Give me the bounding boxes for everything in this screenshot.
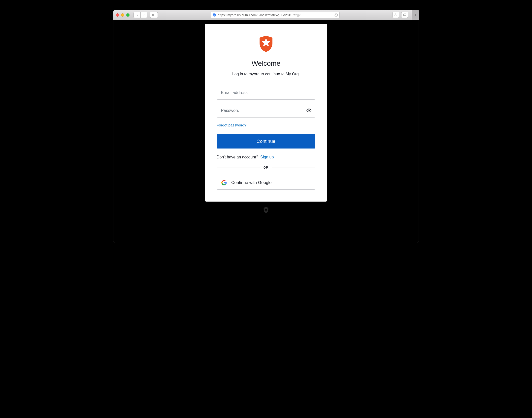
footer-auth0-badge-icon bbox=[263, 207, 269, 214]
sidebar-toggle-button[interactable] bbox=[150, 12, 158, 18]
window-controls bbox=[116, 13, 130, 17]
close-window-button[interactable] bbox=[116, 13, 119, 17]
divider-line-right bbox=[272, 168, 315, 168]
continue-button[interactable]: Continue bbox=[217, 134, 315, 149]
address-bar-url: https://myorg.us.auth0.com/u/login?state… bbox=[218, 13, 333, 17]
page-title: Welcome bbox=[252, 60, 280, 67]
divider: OR bbox=[217, 166, 315, 169]
email-field-wrap bbox=[217, 86, 315, 100]
svg-rect-0 bbox=[153, 14, 155, 16]
nav-buttons bbox=[133, 12, 147, 18]
password-input[interactable] bbox=[217, 104, 315, 118]
toggle-password-visibility-button[interactable] bbox=[305, 107, 312, 114]
new-tab-button[interactable] bbox=[412, 10, 419, 20]
svg-rect-3 bbox=[404, 14, 406, 16]
show-tabs-button[interactable] bbox=[401, 12, 408, 18]
globe-icon bbox=[212, 13, 216, 17]
back-button[interactable] bbox=[133, 12, 140, 18]
signup-row: Don't have an account? Sign up bbox=[217, 155, 274, 159]
login-card: Welcome Log in to myorg to continue to M… bbox=[205, 24, 327, 202]
google-button-label: Continue with Google bbox=[231, 180, 272, 185]
minimize-window-button[interactable] bbox=[121, 13, 124, 17]
divider-label: OR bbox=[264, 166, 268, 169]
browser-viewport: Welcome Log in to myorg to continue to M… bbox=[113, 20, 419, 243]
zoom-window-button[interactable] bbox=[126, 13, 130, 17]
divider-line-left bbox=[217, 168, 260, 168]
continue-with-google-button[interactable]: Continue with Google bbox=[217, 176, 315, 190]
signup-link[interactable]: Sign up bbox=[260, 155, 274, 159]
browser-window: https://myorg.us.auth0.com/u/login?state… bbox=[113, 10, 419, 243]
signup-prompt-text: Don't have an account? bbox=[217, 155, 258, 159]
address-bar[interactable]: https://myorg.us.auth0.com/u/login?state… bbox=[211, 12, 340, 18]
reload-button[interactable] bbox=[334, 13, 338, 17]
google-icon bbox=[221, 180, 227, 185]
share-button[interactable] bbox=[392, 12, 399, 18]
svg-point-7 bbox=[308, 110, 310, 111]
forward-button[interactable] bbox=[140, 12, 147, 18]
auth0-logo-icon bbox=[259, 36, 273, 52]
forgot-password-link[interactable]: Forgot password? bbox=[217, 123, 246, 127]
browser-chrome: https://myorg.us.auth0.com/u/login?state… bbox=[113, 10, 419, 20]
page-subtitle: Log in to myorg to continue to My Org. bbox=[232, 72, 300, 76]
password-field-wrap bbox=[217, 104, 315, 118]
email-input[interactable] bbox=[217, 86, 315, 100]
eye-icon bbox=[306, 108, 312, 114]
